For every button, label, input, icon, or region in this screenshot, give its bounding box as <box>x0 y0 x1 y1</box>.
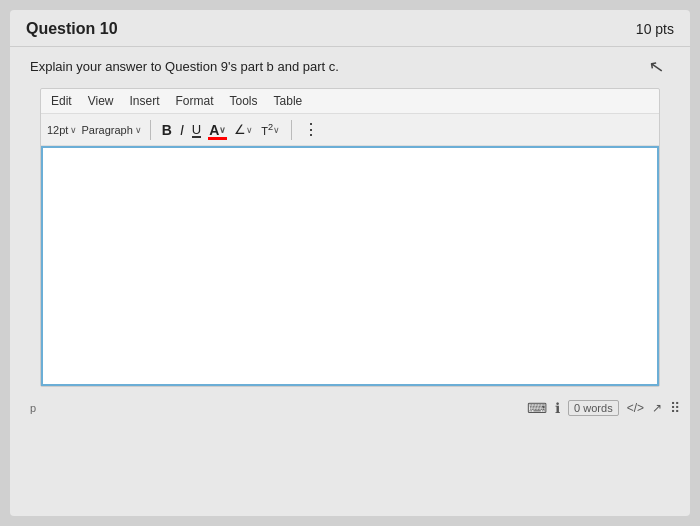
status-right: ⌨ ℹ 0 words </> ↗ ⠿ <box>527 400 680 416</box>
editor-textarea[interactable] <box>43 148 657 388</box>
font-size-label: 12pt <box>47 124 68 136</box>
paragraph-label: Paragraph <box>81 124 132 136</box>
word-count: 0 words <box>568 400 619 416</box>
underline-button[interactable]: U <box>189 120 204 139</box>
question-header: Question 10 10 pts <box>10 10 690 47</box>
menu-insert[interactable]: Insert <box>129 94 159 108</box>
underline-label: U <box>192 122 201 137</box>
toolbar-separator-1 <box>150 120 151 140</box>
more-options-button[interactable]: ⋮ <box>300 118 322 141</box>
bold-button[interactable]: B <box>159 120 175 140</box>
superscript-button[interactable]: T2 ∨ <box>258 120 283 139</box>
menu-bar: Edit View Insert Format Tools Table <box>41 89 659 114</box>
paragraph-indicator: p <box>30 402 36 414</box>
menu-edit[interactable]: Edit <box>51 94 72 108</box>
menu-format[interactable]: Format <box>176 94 214 108</box>
toolbar-separator-2 <box>291 120 292 140</box>
pen-chevron: ∨ <box>246 125 253 135</box>
menu-view[interactable]: View <box>88 94 114 108</box>
question-points: 10 pts <box>636 21 674 37</box>
color-button[interactable]: A ∨ <box>206 120 229 140</box>
font-size-dropdown[interactable]: 12pt ∨ <box>47 124 77 136</box>
status-bar: p ⌨ ℹ 0 words </> ↗ ⠿ <box>10 395 690 421</box>
keyboard-icon[interactable]: ⌨ <box>527 400 547 416</box>
question-title: Question 10 <box>26 20 118 38</box>
grid-icon[interactable]: ⠿ <box>670 400 680 416</box>
formatting-buttons: B I U A ∨ ∠ ∨ T2 ∨ <box>159 120 283 140</box>
page-container: Question 10 10 pts ↖ Explain your answer… <box>10 10 690 516</box>
editor-area[interactable] <box>41 146 659 386</box>
info-icon[interactable]: ℹ <box>555 400 560 416</box>
question-body: Explain your answer to Question 9's part… <box>10 47 690 395</box>
superscript-chevron: ∨ <box>273 125 280 135</box>
italic-button[interactable]: I <box>177 120 187 140</box>
paragraph-chevron: ∨ <box>135 125 142 135</box>
paragraph-dropdown[interactable]: Paragraph ∨ <box>81 124 141 136</box>
code-icon[interactable]: </> <box>627 401 644 415</box>
pen-button[interactable]: ∠ ∨ <box>231 120 256 139</box>
question-prompt: Explain your answer to Question 9's part… <box>30 59 670 74</box>
superscript-label: T2 <box>261 122 273 137</box>
toolbar: 12pt ∨ Paragraph ∨ B I U A ∨ <box>41 114 659 146</box>
editor-container: Edit View Insert Format Tools Table 12pt… <box>40 88 660 387</box>
menu-tools[interactable]: Tools <box>230 94 258 108</box>
expand-icon[interactable]: ↗ <box>652 401 662 415</box>
pen-label: ∠ <box>234 122 246 137</box>
more-options-label: ⋮ <box>303 120 319 139</box>
font-size-chevron: ∨ <box>70 125 77 135</box>
color-label: A <box>209 122 219 138</box>
menu-table[interactable]: Table <box>274 94 303 108</box>
color-chevron: ∨ <box>219 125 226 135</box>
